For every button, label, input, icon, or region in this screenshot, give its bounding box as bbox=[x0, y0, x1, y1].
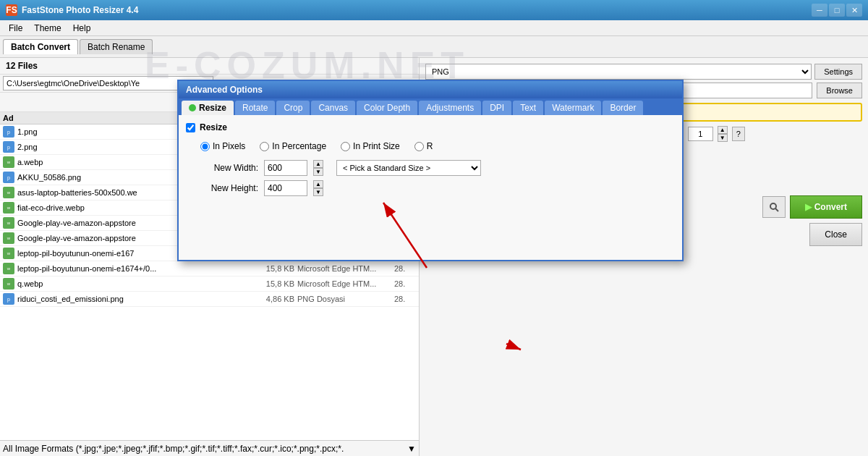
height-spin-up[interactable]: ▲ bbox=[313, 180, 323, 188]
in-print-size-radio[interactable] bbox=[341, 142, 350, 151]
dpi-tab-label: DPI bbox=[490, 103, 504, 113]
file-date: 28. bbox=[394, 279, 416, 288]
resize-tab-indicator bbox=[189, 104, 196, 111]
rename-num-input[interactable] bbox=[688, 127, 713, 141]
rename-spin-down[interactable]: ▼ bbox=[718, 134, 728, 142]
tab-crop[interactable]: Crop bbox=[276, 101, 310, 115]
r-option[interactable]: R bbox=[414, 141, 433, 151]
menu-bar: File Theme Help bbox=[0, 20, 868, 36]
file-type: Microsoft Edge HTM... bbox=[297, 279, 391, 288]
adjustments-tab-label: Adjustments bbox=[426, 103, 474, 113]
width-spin-up[interactable]: ▲ bbox=[313, 160, 323, 168]
output-format-row: PNG JPG BMP Settings bbox=[425, 64, 862, 80]
in-print-size-option[interactable]: In Print Size bbox=[341, 141, 400, 151]
batch-convert-tab[interactable]: Batch Convert bbox=[3, 39, 78, 54]
advanced-dialog: Advanced Options Resize Rotate Crop Canv… bbox=[177, 80, 684, 261]
width-spin-down[interactable]: ▼ bbox=[313, 168, 323, 176]
file-icon-png: p bbox=[3, 172, 14, 183]
list-item: w leptop-pil-boyutunun-onemi-e1674+/0...… bbox=[0, 261, 419, 276]
rename-spinner: ▲ ▼ bbox=[718, 126, 728, 142]
svg-point-0 bbox=[770, 203, 776, 209]
rename-spin-up[interactable]: ▲ bbox=[718, 126, 728, 134]
height-label: New Height: bbox=[200, 183, 258, 193]
maximize-button[interactable]: □ bbox=[829, 4, 845, 17]
file-icon-webp: w bbox=[3, 232, 14, 244]
file-icon-png: p bbox=[3, 293, 14, 305]
file-count: 12 Files bbox=[0, 58, 419, 75]
batch-rename-tab[interactable]: Batch Rename bbox=[80, 39, 153, 54]
file-name: riduci_costi_ed_emissioni.png bbox=[17, 295, 241, 303]
output-format-combo[interactable]: PNG JPG BMP bbox=[425, 64, 812, 80]
in-percentage-radio[interactable] bbox=[260, 142, 269, 151]
in-pixels-radio[interactable] bbox=[200, 142, 210, 151]
status-bar: All Image Formats (*.jpg;*.jpe;*.jpeg;*.… bbox=[0, 440, 419, 456]
in-pixels-label: In Pixels bbox=[213, 141, 245, 151]
menu-help[interactable]: Help bbox=[67, 22, 97, 35]
r-radio[interactable] bbox=[414, 142, 424, 151]
rotate-tab-label: Rotate bbox=[242, 103, 268, 113]
status-text: All Image Formats (*.jpg;*.jpe;*.jpeg;*.… bbox=[3, 444, 407, 454]
convert-button[interactable]: ▶ Convert bbox=[790, 195, 862, 219]
height-input[interactable] bbox=[264, 180, 307, 196]
title-bar-left: FS FastStone Photo Resizer 4.4 bbox=[6, 4, 138, 16]
magnifier-icon bbox=[768, 201, 780, 213]
toolbar: Batch Convert Batch Rename bbox=[0, 36, 868, 58]
file-date: 28. bbox=[394, 295, 416, 303]
tab-watermark[interactable]: Watermark bbox=[545, 101, 601, 115]
tab-dpi[interactable]: DPI bbox=[482, 101, 511, 115]
resize-enable-checkbox[interactable] bbox=[186, 123, 195, 132]
file-icon-png: p bbox=[3, 126, 14, 138]
color-depth-tab-label: Color Depth bbox=[364, 103, 410, 113]
tab-rotate[interactable]: Rotate bbox=[235, 101, 275, 115]
width-input[interactable] bbox=[264, 160, 307, 176]
in-pixels-option[interactable]: In Pixels bbox=[200, 141, 245, 151]
in-print-size-label: In Print Size bbox=[353, 141, 400, 151]
file-size: 15,8 KB bbox=[244, 279, 294, 288]
tab-canvas[interactable]: Canvas bbox=[311, 101, 355, 115]
file-name: q.webp bbox=[17, 279, 241, 288]
standard-size-section: < Pick a Standard Size > bbox=[336, 160, 481, 176]
canvas-tab-label: Canvas bbox=[318, 103, 348, 113]
size-inputs: New Width: ▲ ▼ < Pick a Standard Size > … bbox=[186, 160, 675, 196]
in-percentage-option[interactable]: In Percentage bbox=[260, 141, 326, 151]
tab-adjustments[interactable]: Adjustments bbox=[419, 101, 481, 115]
file-icon-webp: w bbox=[3, 187, 14, 198]
height-row: New Height: ▲ ▼ bbox=[200, 180, 675, 196]
standard-size-combo[interactable]: < Pick a Standard Size > bbox=[336, 160, 481, 176]
tab-color-depth[interactable]: Color Depth bbox=[357, 101, 417, 115]
file-icon-webp: w bbox=[3, 278, 14, 290]
file-icon-png: p bbox=[3, 141, 14, 153]
file-icon-webp: w bbox=[3, 248, 14, 259]
file-size: 4,86 KB bbox=[244, 295, 294, 303]
settings-button[interactable]: Settings bbox=[814, 64, 862, 80]
app-icon: FS bbox=[6, 4, 17, 16]
main-content: 12 Files Sort Files By: No Sort Ad p 1.p… bbox=[0, 58, 868, 456]
file-date: 28. bbox=[394, 264, 416, 273]
menu-file[interactable]: File bbox=[3, 22, 28, 35]
rename-help-button[interactable]: ? bbox=[732, 127, 745, 141]
dropdown-icon[interactable]: ▼ bbox=[407, 444, 416, 454]
tab-resize[interactable]: Resize bbox=[182, 101, 234, 115]
minimize-button[interactable]: ─ bbox=[812, 4, 827, 17]
close-button[interactable]: ✕ bbox=[846, 4, 862, 17]
file-size: 15,8 KB bbox=[244, 264, 294, 273]
advanced-content: Resize In Pixels In Percentage In Print … bbox=[179, 115, 682, 260]
resize-options: In Pixels In Percentage In Print Size R bbox=[186, 141, 675, 151]
search-icon-button[interactable] bbox=[762, 196, 786, 218]
height-spin-down[interactable]: ▼ bbox=[313, 188, 323, 196]
r-label: R bbox=[427, 141, 433, 151]
menu-theme[interactable]: Theme bbox=[28, 22, 67, 35]
tab-text[interactable]: Text bbox=[513, 101, 543, 115]
advanced-dialog-title: Advanced Options bbox=[186, 85, 263, 95]
title-bar: FS FastStone Photo Resizer 4.4 ─ □ ✕ bbox=[0, 0, 868, 20]
advanced-tab-bar: Resize Rotate Crop Canvas Color Depth Ad… bbox=[179, 98, 682, 115]
browse-button[interactable]: Browse bbox=[817, 83, 862, 98]
convert-label: Convert bbox=[814, 202, 847, 212]
text-tab-label: Text bbox=[520, 103, 536, 113]
resize-checkbox-row: Resize bbox=[186, 122, 675, 132]
file-type: Microsoft Edge HTM... bbox=[297, 264, 391, 273]
file-icon-webp: w bbox=[3, 156, 14, 168]
height-spinner: ▲ ▼ bbox=[313, 180, 323, 196]
tab-border[interactable]: Border bbox=[603, 101, 643, 115]
close-button-bottom[interactable]: Close bbox=[809, 223, 862, 246]
